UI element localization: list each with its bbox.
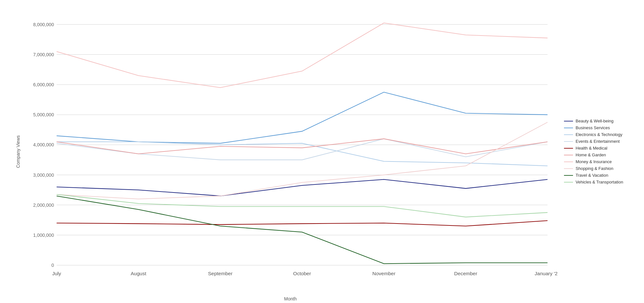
legend-item: Electronics & Technology bbox=[564, 132, 629, 137]
legend-label: Travel & Vacation bbox=[576, 173, 608, 178]
legend-label: Money & Insurance bbox=[576, 159, 612, 164]
legend-item: Home & Garden bbox=[564, 152, 629, 157]
svg-text:5,000,000: 5,000,000 bbox=[33, 112, 54, 117]
svg-text:October: October bbox=[293, 271, 311, 276]
svg-text:6,000,000: 6,000,000 bbox=[33, 82, 54, 87]
svg-text:3,000,000: 3,000,000 bbox=[33, 172, 54, 178]
svg-text:8,000,000: 8,000,000 bbox=[33, 22, 54, 27]
svg-text:December: December bbox=[454, 271, 478, 276]
legend-item: Travel & Vacation bbox=[564, 173, 629, 178]
legend-label: Electronics & Technology bbox=[576, 132, 622, 137]
legend-label: Business Services bbox=[576, 125, 610, 130]
svg-text:January '21: January '21 bbox=[535, 271, 558, 276]
svg-text:0: 0 bbox=[51, 263, 54, 268]
legend-item: Events & Entertainment bbox=[564, 139, 629, 144]
legend-label: Shopping & Fashion bbox=[576, 166, 613, 171]
svg-text:4,000,000: 4,000,000 bbox=[33, 142, 54, 147]
x-axis-label: Month bbox=[23, 296, 558, 301]
legend-label: Health & Medical bbox=[576, 146, 607, 151]
legend-label: Events & Entertainment bbox=[576, 139, 620, 144]
legend-color-line bbox=[564, 155, 573, 155]
svg-text:2,000,000: 2,000,000 bbox=[33, 203, 54, 208]
chart-wrapper: Company Views 01,000,0002,000,0003,000,0… bbox=[15, 9, 629, 294]
legend-item: Health & Medical bbox=[564, 146, 629, 151]
svg-text:1,000,000: 1,000,000 bbox=[33, 233, 54, 238]
svg-text:September: September bbox=[208, 271, 233, 276]
legend-label: Vehicles & Transportation bbox=[576, 180, 623, 184]
legend-color-line bbox=[564, 182, 573, 183]
legend-color-line bbox=[564, 141, 573, 142]
legend: Beauty & Well-beingBusiness ServicesElec… bbox=[558, 9, 629, 294]
svg-text:November: November bbox=[372, 271, 396, 276]
chart-area: 01,000,0002,000,0003,000,0004,000,0005,0… bbox=[23, 9, 558, 294]
svg-text:7,000,000: 7,000,000 bbox=[33, 52, 54, 57]
legend-color-line bbox=[564, 128, 573, 128]
y-axis-label: Company Views bbox=[15, 135, 21, 168]
legend-color-line bbox=[564, 162, 573, 162]
chart-and-legend: 01,000,0002,000,0003,000,0004,000,0005,0… bbox=[23, 9, 629, 294]
svg-text:July: July bbox=[52, 271, 61, 276]
legend-item: Vehicles & Transportation bbox=[564, 180, 629, 184]
legend-color-line bbox=[564, 175, 573, 176]
legend-item: Business Services bbox=[564, 125, 629, 130]
legend-item: Beauty & Well-being bbox=[564, 119, 629, 123]
svg-text:August: August bbox=[131, 271, 146, 276]
legend-item: Money & Insurance bbox=[564, 159, 629, 164]
legend-label: Beauty & Well-being bbox=[576, 119, 614, 123]
main-chart-svg: 01,000,0002,000,0003,000,0004,000,0005,0… bbox=[23, 9, 558, 294]
legend-item: Shopping & Fashion bbox=[564, 166, 629, 171]
legend-color-line bbox=[564, 148, 573, 149]
legend-color-line bbox=[564, 134, 573, 135]
legend-color-line bbox=[564, 168, 573, 169]
legend-color-line bbox=[564, 121, 573, 121]
chart-container: Company Views 01,000,0002,000,0003,000,0… bbox=[15, 9, 629, 294]
legend-label: Home & Garden bbox=[576, 152, 606, 157]
